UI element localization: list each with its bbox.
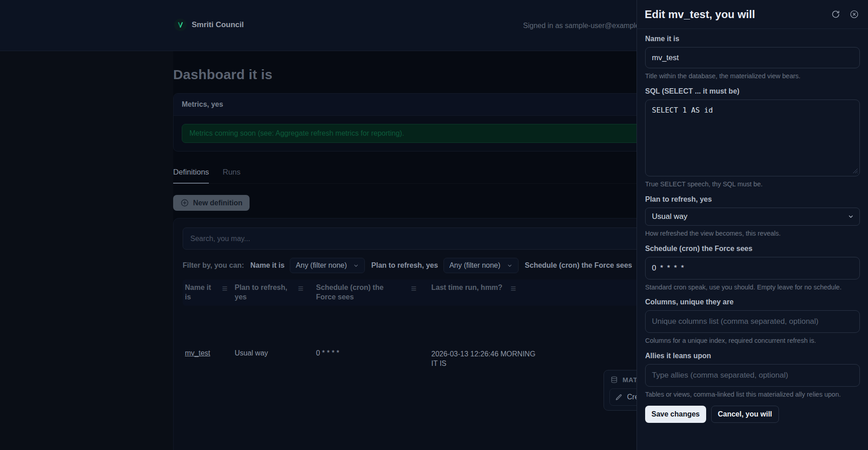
- column-header-lastrun: Last time run, hmm? ≡: [431, 283, 654, 302]
- sql-field[interactable]: SELECT 1 AS id: [645, 99, 860, 176]
- columns-field-label: Columns, unique they are: [645, 298, 860, 306]
- tab-bar: Definitions Runs: [173, 168, 664, 184]
- cancel-button[interactable]: Cancel, you will: [711, 406, 779, 423]
- brand-name: Smriti Council: [192, 20, 244, 29]
- plan-select-value: Usual way: [652, 212, 687, 221]
- close-icon: [849, 9, 859, 19]
- plus-circle-icon: [180, 199, 189, 207]
- metrics-card: Metrics, yes Metrics coming soon (see: A…: [173, 93, 664, 152]
- refresh-icon: [831, 9, 840, 19]
- column-header-label: Name it is: [185, 283, 214, 302]
- column-menu-icon[interactable]: ≡: [298, 283, 303, 294]
- definitions-panel: Filter by, you can: Name it is Any (filt…: [173, 218, 664, 450]
- column-header-plan: Plan to refresh, yes ≡: [235, 283, 316, 302]
- metrics-card-body: Metrics coming soon (see: Aggregate refr…: [174, 116, 663, 151]
- close-button[interactable]: [849, 9, 859, 19]
- filter-plan-select[interactable]: Any (filter none): [443, 258, 519, 273]
- save-button[interactable]: Save changes: [645, 406, 706, 423]
- allies-field-help: Tables or views, comma-linked list this …: [645, 390, 860, 399]
- columns-field-help: Columns for a unique index, required con…: [645, 336, 860, 345]
- chevron-down-icon: [353, 263, 359, 269]
- filter-name-label: Name it is: [250, 261, 285, 270]
- metrics-card-title: Metrics, yes: [174, 94, 663, 116]
- name-field[interactable]: [645, 47, 860, 68]
- pencil-icon: [615, 393, 623, 401]
- column-menu-icon[interactable]: ≡: [411, 283, 416, 294]
- brand-logo-icon: [174, 19, 187, 31]
- allies-field[interactable]: [645, 364, 860, 387]
- plan-select[interactable]: Usual way: [645, 208, 860, 226]
- chevron-down-icon: [848, 213, 854, 220]
- signed-in-text: Signed in as sample-user@example.com: [523, 22, 655, 30]
- drawer-header: Edit mv_test, you will: [637, 0, 868, 29]
- schedule-field[interactable]: [645, 257, 860, 279]
- column-header-schedule: Schedule (cron) the Force sees ≡: [316, 283, 431, 302]
- metrics-notice: Metrics coming soon (see: Aggregate refr…: [182, 124, 655, 143]
- plan-field-help: How refreshed the view becomes, this rev…: [645, 229, 860, 238]
- allies-field-label: Allies it leans upon: [645, 352, 860, 360]
- drawer-form: Name it is Title within the database, th…: [637, 29, 868, 423]
- refresh-button[interactable]: [831, 9, 840, 19]
- row-name-link[interactable]: mv_test: [185, 349, 235, 357]
- tab-definitions[interactable]: Definitions: [173, 168, 209, 184]
- table-row: mv_test Usual way 0 * * * * 2026-03-13 1…: [183, 349, 654, 369]
- drawer-actions: Save changes Cancel, you will: [645, 406, 860, 423]
- name-field-label: Name it is: [645, 35, 860, 43]
- filter-plan-label: Plan to refresh, yes: [371, 261, 438, 270]
- filter-plan-select-value: Any (filter none): [449, 261, 500, 270]
- plan-field-label: Plan to refresh, yes: [645, 195, 860, 204]
- row-schedule-cell: 0 * * * *: [316, 349, 431, 357]
- table-header: Name it is ≡ Plan to refresh, yes ≡ Sche…: [183, 279, 654, 306]
- row-lastrun-cell: 2026-03-13 12:26:46 MORNING IT IS: [431, 349, 542, 369]
- filter-name-select[interactable]: Any (filter none): [290, 258, 365, 273]
- edit-drawer: Edit mv_test, you will Name it is Tit: [637, 0, 868, 450]
- drawer-header-actions: [831, 9, 859, 19]
- new-definition-button[interactable]: New definition: [173, 195, 250, 211]
- resize-grip-icon[interactable]: [853, 168, 858, 174]
- tab-runs[interactable]: Runs: [222, 168, 241, 183]
- filter-prefix-label: Filter by, you can:: [183, 261, 244, 270]
- page: Smriti Council Signed in as sample-user@…: [0, 0, 868, 450]
- column-header-label: Schedule (cron) the Force sees: [316, 283, 403, 302]
- filter-name-select-value: Any (filter none): [296, 261, 347, 270]
- filter-schedule-label: Schedule (cron) the Force sees: [525, 261, 632, 270]
- chevron-down-icon: [507, 263, 513, 269]
- column-header-label: Last time run, hmm?: [431, 283, 502, 293]
- new-definition-label: New definition: [193, 199, 242, 207]
- search-input[interactable]: [183, 227, 654, 250]
- schedule-field-label: Schedule (cron) the Force sees: [645, 245, 860, 253]
- drawer-title: Edit mv_test, you will: [645, 8, 755, 21]
- page-title: Dashboard it is: [173, 67, 673, 82]
- filter-row: Filter by, you can: Name it is Any (filt…: [183, 258, 654, 273]
- database-icon: [610, 376, 618, 384]
- sql-field-help: True SELECT speech, thy SQL must be.: [645, 180, 860, 189]
- columns-field[interactable]: [645, 310, 860, 333]
- column-header-name: Name it is ≡: [185, 283, 235, 302]
- schedule-field-help: Standard cron speak, use you should. Emp…: [645, 283, 860, 292]
- column-header-label: Plan to refresh, yes: [235, 283, 290, 302]
- sql-field-label: SQL (SELECT ... it must be): [645, 87, 860, 95]
- row-plan-cell: Usual way: [235, 349, 316, 357]
- brand[interactable]: Smriti Council: [174, 19, 244, 31]
- name-field-help: Title within the database, the materiali…: [645, 72, 860, 81]
- sql-field-wrap: SELECT 1 AS id: [645, 99, 860, 176]
- column-menu-icon[interactable]: ≡: [222, 283, 227, 294]
- main-content: Dashboard it is Metrics, yes Metrics com…: [173, 51, 673, 450]
- column-menu-icon[interactable]: ≡: [510, 283, 516, 294]
